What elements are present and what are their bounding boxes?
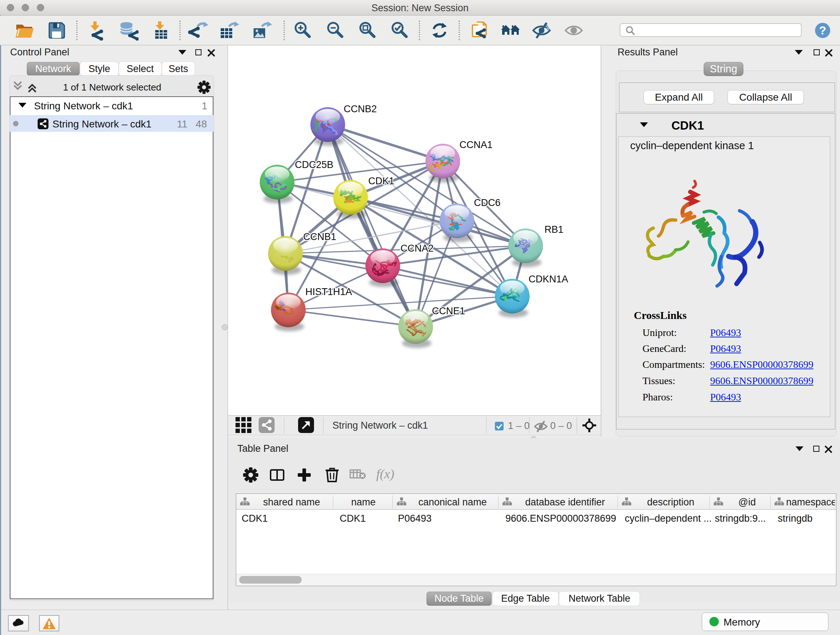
svg-text:HIST1H1A: HIST1H1A xyxy=(305,287,352,297)
svg-text:CCNE1: CCNE1 xyxy=(432,306,465,317)
svg-text:CDKN1A: CDKN1A xyxy=(529,274,568,285)
svg-text:CDC25B: CDC25B xyxy=(295,159,333,170)
svg-text:RB1: RB1 xyxy=(545,224,564,235)
svg-text:?: ? xyxy=(819,24,826,37)
svg-text:CDC6: CDC6 xyxy=(474,197,501,208)
svg-text:CDK1: CDK1 xyxy=(368,176,394,187)
svg-text:CCNB1: CCNB1 xyxy=(303,231,336,242)
svg-text:CCNA1: CCNA1 xyxy=(459,139,493,150)
svg-text:CCNB2: CCNB2 xyxy=(344,103,377,114)
svg-text:CCNA2: CCNA2 xyxy=(401,243,434,254)
